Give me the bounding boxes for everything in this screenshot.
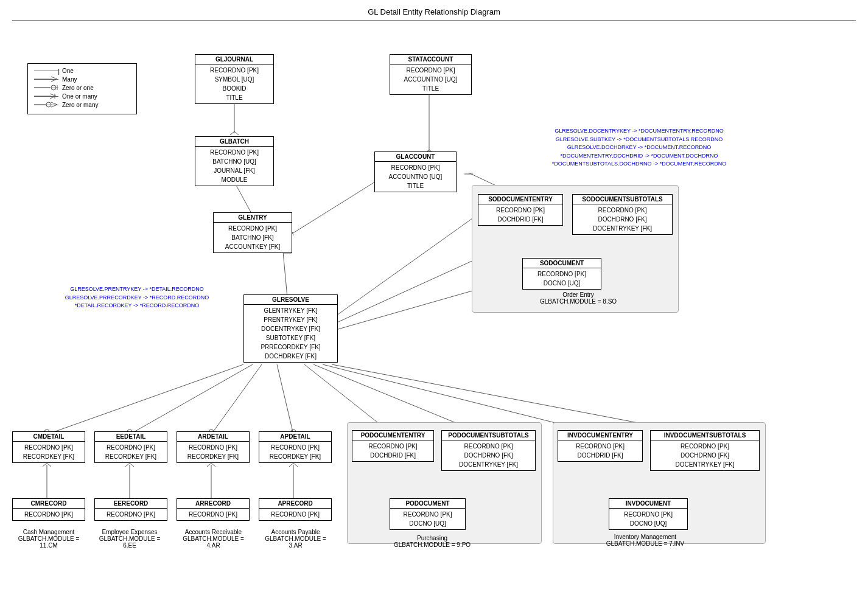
entity-aprecord-fields: RECORDNO [PK] [259,509,331,520]
entity-glentry-name: GLENTRY [214,213,292,223]
legend-label-zero-one: Zero or one [62,85,94,91]
entity-glbatch-name: GLBATCH [195,137,273,147]
svg-line-4 [234,182,253,215]
legend-many: Many [34,76,130,83]
svg-line-48 [277,364,293,434]
entity-glresolve-name: GLRESOLVE [244,295,337,305]
entity-apdetail-fields: RECORDNO [PK]RECORDKEY [FK] [259,442,331,462]
legend-line-zero-many [34,105,58,105]
entity-arrecord-name: ARRECORD [177,499,249,509]
ap-label: Accounts PayableGLBATCH.MODULE =3.AR [254,529,337,549]
entity-sodocument-name: SODOCUMENT [523,259,601,268]
entity-podocumentsubtotals-name: PODOCUMENTSUBTOTALS [442,431,535,440]
entity-eerecord-name: EERECORD [95,499,167,509]
svg-line-38 [130,364,253,434]
svg-line-86 [289,463,293,467]
entity-invdocumententry-fields: RECORDNO [PK]DOCHDRID [FK] [558,440,642,461]
cm-label: Cash ManagementGLBATCH.MODULE =11.CM [9,529,88,549]
svg-line-43 [211,364,262,434]
entity-ardetail-name: ARDETAIL [177,432,249,442]
entity-cmrecord: CMRECORD RECORDNO [PK] [12,498,85,521]
entity-invdocument: INVDOCUMENT RECORDNO [PK]DOCNO [UQ] [609,498,688,530]
entity-sodocumentsubtotals: SODOCUMENTSUBTOTALS RECORDNO [PK]DOCHDRN… [572,194,673,235]
entity-aprecord-name: APRECORD [259,499,331,509]
entity-podocument-name: PODOCUMENT [390,499,465,509]
svg-line-79 [130,463,134,467]
entity-arrecord: ARRECORD RECORDNO [PK] [177,498,250,521]
entity-stataccount-fields: RECORDNO [PK]ACCOUNTNO [UQ]TITLE [390,64,471,94]
svg-point-123 [46,102,51,107]
entity-cmdetail-fields: RECORDNO [PK]RECORDKEY [FK] [13,442,85,462]
entity-stataccount-name: STATACCOUNT [390,55,471,64]
entity-gljournal: GLJOURNAL RECORDNO [PK]SYMBOL [UQ]BOOKID… [195,54,274,104]
legend-one: | One [34,68,130,74]
legend-zero-one: Zero or one [34,85,130,91]
left-note: GLRESOLVE.PRENTRYKEY -> *DETAIL.RECORDNO… [61,285,213,310]
svg-line-125 [51,105,57,107]
entity-eedetail-fields: RECORDNO [PK]RECORDKEY [FK] [95,442,167,462]
entity-stataccount: STATACCOUNT RECORDNO [PK]ACCOUNTNO [UQ]T… [390,54,472,95]
ar-label: Accounts ReceivableGLBATCH.MODULE =4.AR [172,529,254,549]
entity-podocumententry: PODOCUMENTENTRY RECORDNO [PK]DOCHDRID [F… [352,430,434,462]
entity-eedetail: EEDETAIL RECORDNO [PK]RECORDKEY [FK] [94,431,167,463]
svg-line-82 [207,463,211,467]
entity-sodocumententry-fields: RECORDNO [PK]DOCHDRID [FK] [478,204,562,225]
entity-glaccount: GLACCOUNT RECORDNO [PK]ACCOUNTNO [UQ]TIT… [374,151,457,192]
entity-invdocumentsubtotals: INVDOCUMENTSUBTOTALS RECORDNO [PK]DOCHDR… [650,430,760,471]
svg-line-83 [211,463,215,467]
entity-invdocumententry: INVDOCUMENTENTRY RECORDNO [PK]DOCHDRID [… [558,430,643,462]
entity-sodocument: SODOCUMENT RECORDNO [PK]DOCNO [UQ] [522,258,601,290]
svg-line-16 [332,212,481,319]
diagram-area: | One Many Zero or one One or many [0,21,868,593]
svg-line-2 [234,131,239,135]
entity-cmdetail-name: CMDETAIL [13,432,85,442]
entity-podocumentsubtotals: PODOCUMENTSUBTOTALS RECORDNO [PK]DOCHDRN… [441,430,536,471]
entity-ardetail: ARDETAIL RECORDNO [PK]RECORDKEY [FK] [177,431,250,463]
svg-line-78 [125,463,130,467]
svg-line-10 [292,232,293,235]
entity-cmrecord-fields: RECORDNO [PK] [13,509,85,520]
entity-invdocumentsubtotals-name: INVDOCUMENTSUBTOTALS [651,431,759,440]
entity-eedetail-name: EEDETAIL [95,432,167,442]
entity-glbatch: GLBATCH RECORDNO [PK]BATCHNO [UQ]JOURNAL… [195,136,274,186]
po-label: PurchasingGLBATCH.MODULE = 9.PO [377,535,487,548]
svg-line-75 [47,463,51,467]
entity-invdocument-fields: RECORDNO [PK]DOCNO [UQ] [609,509,687,529]
so-group-label: Order EntryGLBATCH.MODULE = 8.SO [499,291,657,305]
legend-line-one: | [34,71,58,71]
svg-line-33 [47,364,243,434]
entity-cmrecord-name: CMRECORD [13,499,85,509]
entity-apdetail: APDETAIL RECORDNO [PK]RECORDKEY [FK] [259,431,332,463]
legend-line-one-many [34,96,58,97]
page-title: GL Detail Entity Relationship Diagram [0,0,868,20]
entity-podocumententry-fields: RECORDNO [PK]DOCHDRID [FK] [352,440,433,461]
entity-glresolve: GLRESOLVE GLENTRYKEY [FK]PRENTRYKEY [FK]… [243,294,338,363]
entity-glresolve-fields: GLENTRYKEY [FK]PRENTRYKEY [FK]DOCENTRYKE… [244,305,337,362]
entity-glaccount-fields: RECORDNO [PK]ACCOUNTNO [UQ]TITLE [375,162,456,192]
legend-label-one: One [62,68,74,74]
legend-label-many: Many [62,76,77,83]
right-note: GLRESOLVE.DOCENTRYKEY -> *DOCUMENTENTRY.… [511,127,767,169]
svg-line-113 [51,77,57,79]
entity-podocumentsubtotals-fields: RECORDNO [PK]DOCHDRNO [FK]DOCENTRYKEY [F… [442,440,535,470]
entity-cmdetail: CMDETAIL RECORDNO [PK]RECORDKEY [FK] [12,431,85,463]
entity-ardetail-fields: RECORDNO [PK]RECORDKEY [FK] [177,442,249,462]
ee-label: Employee ExpensesGLBATCH.MODULE =6.EE [90,529,169,549]
entity-sodocumententry: SODOCUMENTENTRY RECORDNO [PK]DOCHDRID [F… [478,194,563,226]
legend-label-one-many: One or many [62,93,97,100]
entity-sodocumentsubtotals-name: SODOCUMENTSUBTOTALS [573,195,672,204]
entity-eerecord-fields: RECORDNO [PK] [95,509,167,520]
entity-glbatch-fields: RECORDNO [PK]BATCHNO [UQ]JOURNAL [FK]MOD… [195,147,273,186]
svg-point-116 [51,85,56,90]
entity-sodocumententry-name: SODOCUMENTENTRY [478,195,562,204]
entity-sodocumentsubtotals-fields: RECORDNO [PK]DOCHDRNO [FK]DOCENTRYKEY [F… [573,204,672,234]
legend-line-many [34,79,58,80]
svg-line-1 [230,131,234,135]
entity-aprecord: APRECORD RECORDNO [PK] [259,498,332,521]
entity-sodocument-fields: RECORDNO [PK]DOCNO [UQ] [523,268,601,289]
entity-arrecord-fields: RECORDNO [PK] [177,509,249,520]
entity-gljournal-name: GLJOURNAL [195,55,273,64]
entity-invdocument-name: INVDOCUMENT [609,499,687,509]
inv-label: Inventory ManagementGLBATCH.MODULE = 7.I… [584,534,706,547]
entity-eerecord: EERECORD RECORDNO [PK] [94,498,167,521]
